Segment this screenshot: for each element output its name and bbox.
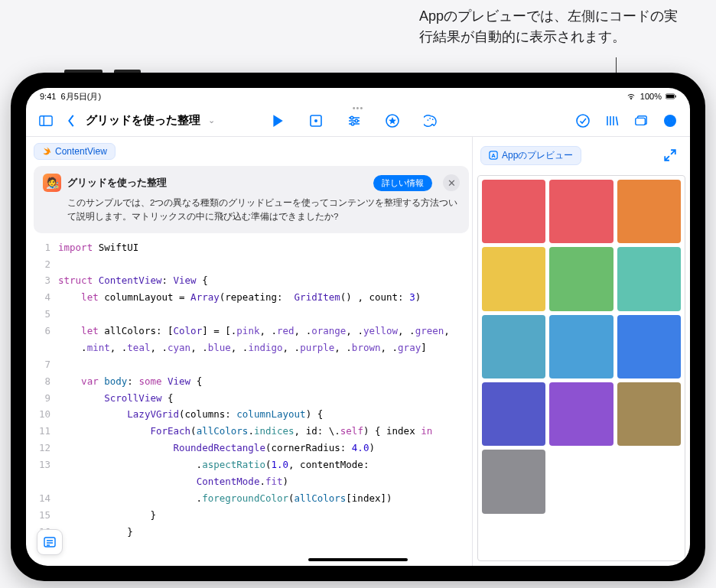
- battery-icon: [666, 93, 676, 100]
- svg-point-26: [667, 120, 669, 122]
- windows-icon[interactable]: [629, 109, 653, 133]
- code-text: var body: some View {: [58, 373, 202, 390]
- preview-label: Appのプレビュー: [502, 149, 573, 162]
- code-line[interactable]: ContentMode.fit): [34, 473, 469, 490]
- code-text: struct ContentView: View {: [58, 272, 208, 289]
- color-cell[interactable]: [617, 382, 681, 446]
- color-cell[interactable]: [482, 450, 545, 513]
- line-number: 5: [34, 306, 58, 323]
- banner-close-button[interactable]: ✕: [443, 174, 460, 191]
- code-line[interactable]: 10 LazyVGrid(columns: columnLayout) {: [34, 406, 469, 423]
- svg-marker-5: [273, 115, 282, 127]
- palette-icon[interactable]: [418, 109, 443, 133]
- svg-rect-3: [40, 115, 52, 125]
- svg-marker-15: [389, 117, 396, 125]
- code-line[interactable]: 6 let allColors: [Color] = [.pink, .red,…: [34, 323, 469, 339]
- svg-point-7: [314, 119, 317, 122]
- checkmark-icon[interactable]: [571, 109, 595, 133]
- code-line[interactable]: 8 var body: some View {: [34, 373, 469, 390]
- code-line[interactable]: 14 .foregroundColor(allColors[index]): [34, 490, 469, 507]
- line-number: 12: [34, 440, 58, 456]
- code-line[interactable]: 9 ScrollView {: [34, 390, 469, 407]
- code-text: .aspectRatio(1.0, contentMode:: [58, 456, 375, 473]
- svg-point-18: [432, 119, 434, 120]
- svg-point-28: [672, 120, 674, 122]
- line-number: 13: [34, 456, 58, 473]
- file-breadcrumb[interactable]: ContentView: [34, 143, 116, 160]
- code-text: ForEach(allColors.indices, id: \.self) {…: [58, 423, 432, 440]
- code-line[interactable]: 5: [34, 306, 469, 323]
- color-cell[interactable]: [549, 315, 613, 378]
- code-text: LazyVGrid(columns: columnLayout) {: [58, 406, 323, 423]
- code-line[interactable]: 2: [34, 256, 469, 273]
- lesson-banner: 🧑‍🎨 グリッドを使った整理 詳しい情報 ✕ このサンプルでは、2つの異なる種類…: [34, 166, 469, 233]
- code-text: }: [58, 507, 156, 524]
- ipad-screen: ••• 9:41 6月5日(月) 100% グリッドを使った整理 ⌄: [26, 88, 690, 566]
- svg-rect-2: [675, 96, 676, 98]
- color-cell[interactable]: [482, 180, 545, 243]
- library-icon[interactable]: [600, 109, 624, 133]
- code-editor-pane: ContentView 🧑‍🎨 グリッドを使った整理 詳しい情報 ✕ このサンプ…: [26, 137, 472, 566]
- color-cell[interactable]: [617, 315, 681, 378]
- code-text: let columnLayout = Array(repeating: Grid…: [58, 289, 421, 306]
- back-button[interactable]: [63, 109, 80, 133]
- preview-tab[interactable]: A Appのプレビュー: [480, 146, 581, 165]
- expand-preview-icon[interactable]: [658, 143, 682, 167]
- code-line[interactable]: 12 RoundedRectangle(cornerRadius: 4.0): [34, 440, 469, 456]
- swift-file-icon: [42, 147, 51, 156]
- color-cell[interactable]: [549, 247, 613, 310]
- code-text: .mint, .teal, .cyan, .blue, .indigo, .pu…: [58, 339, 427, 356]
- annotation-callout: Appのプレビューでは、左側にコードの実 行結果が自動的に表示されます。: [0, 6, 716, 47]
- multitask-dots-icon[interactable]: •••: [353, 103, 364, 112]
- code-line[interactable]: 13 .aspectRatio(1.0, contentMode:: [34, 456, 469, 473]
- run-button[interactable]: [265, 109, 290, 133]
- app-preview-icon: A: [489, 151, 498, 160]
- code-text: }: [58, 524, 133, 541]
- color-cell[interactable]: [549, 382, 613, 446]
- line-number: 6: [34, 323, 58, 339]
- notes-float-button[interactable]: [37, 529, 63, 555]
- breadcrumb-label: ContentView: [55, 146, 107, 157]
- sidebar-toggle-icon[interactable]: [34, 109, 58, 133]
- title-chevron-icon[interactable]: ⌄: [208, 115, 215, 125]
- line-number: 10: [34, 406, 58, 423]
- code-line[interactable]: .mint, .teal, .cyan, .blue, .indigo, .pu…: [34, 339, 469, 356]
- code-line[interactable]: 3struct ContentView: View {: [34, 272, 469, 289]
- status-bar: 9:41 6月5日(月) 100%: [26, 88, 690, 105]
- preview-pane: A Appのプレビュー: [472, 137, 690, 566]
- code-line[interactable]: 1import SwiftUI: [34, 239, 469, 256]
- app-preview-canvas[interactable]: [477, 175, 685, 561]
- code-line[interactable]: 11 ForEach(allColors.indices, id: \.self…: [34, 423, 469, 440]
- code-text: RoundedRectangle(cornerRadius: 4.0): [58, 440, 375, 456]
- line-number: 7: [34, 356, 58, 373]
- svg-point-11: [350, 116, 353, 119]
- star-badge-icon[interactable]: [380, 109, 405, 133]
- step-button[interactable]: [304, 109, 328, 133]
- svg-text:A: A: [491, 152, 496, 159]
- code-text: .foregroundColor(allColors[index]): [58, 490, 392, 507]
- status-time: 9:41: [40, 92, 56, 101]
- color-cell[interactable]: [482, 315, 545, 378]
- color-cell[interactable]: [617, 247, 681, 310]
- code-area[interactable]: 1import SwiftUI23struct ContentView: Vie…: [34, 239, 469, 566]
- code-line[interactable]: 15 }: [34, 507, 469, 524]
- svg-point-16: [428, 119, 429, 121]
- ipad-hw-button: [64, 70, 103, 73]
- color-cell[interactable]: [617, 180, 681, 243]
- color-cell[interactable]: [549, 180, 613, 243]
- svg-line-23: [617, 116, 618, 125]
- more-icon[interactable]: [658, 109, 682, 133]
- status-date: 6月5日(月): [61, 92, 102, 101]
- line-number: 15: [34, 507, 58, 524]
- code-line[interactable]: 4 let columnLayout = Array(repeating: Gr…: [34, 289, 469, 306]
- wifi-icon: [626, 93, 636, 100]
- color-cell[interactable]: [482, 382, 545, 446]
- home-indicator[interactable]: [308, 558, 408, 561]
- code-line[interactable]: 7: [34, 356, 469, 373]
- line-number: 11: [34, 423, 58, 440]
- color-cell[interactable]: [482, 247, 545, 310]
- code-line[interactable]: 16 }: [34, 524, 469, 541]
- line-number: [34, 473, 58, 490]
- document-title[interactable]: グリッドを使った整理: [86, 113, 200, 128]
- more-info-button[interactable]: 詳しい情報: [373, 175, 432, 191]
